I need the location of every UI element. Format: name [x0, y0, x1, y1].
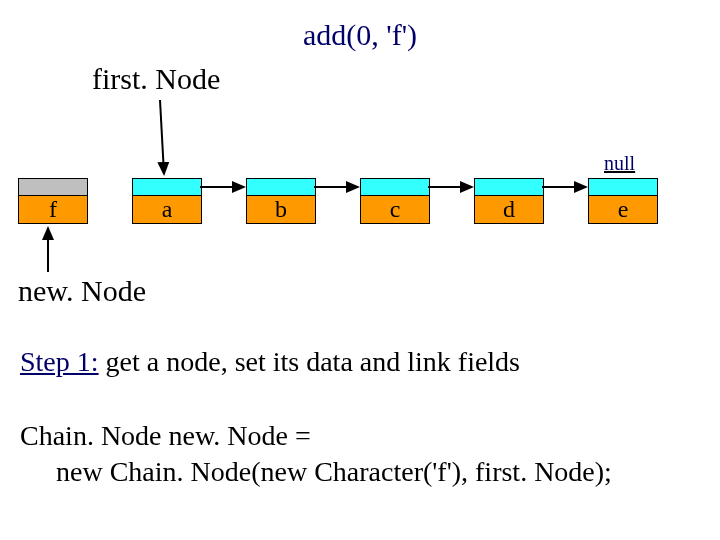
node-d-link-field: [474, 178, 544, 196]
node-b-link-field: [246, 178, 316, 196]
node-a: a: [132, 178, 202, 224]
node-e-data: e: [588, 196, 658, 224]
node-d-data: d: [474, 196, 544, 224]
step-caption: Step 1: get a node, set its data and lin…: [20, 346, 520, 378]
node-e-link-field: [588, 178, 658, 196]
label-new-node: new. Node: [18, 274, 146, 308]
title: add(0, 'f'): [0, 18, 720, 52]
node-f-link-field: [18, 178, 88, 196]
arrow-first-node-to-a: [160, 100, 164, 174]
node-b-data: b: [246, 196, 316, 224]
step-prefix: Step 1:: [20, 346, 99, 377]
label-first-node: first. Node: [92, 62, 220, 96]
node-e: e: [588, 178, 658, 224]
node-b: b: [246, 178, 316, 224]
node-c-link-field: [360, 178, 430, 196]
node-f: f: [18, 178, 88, 224]
node-c-data: c: [360, 196, 430, 224]
node-d: d: [474, 178, 544, 224]
node-a-link-field: [132, 178, 202, 196]
node-f-data: f: [18, 196, 88, 224]
step-rest: get a node, set its data and link fields: [99, 346, 520, 377]
node-a-data: a: [132, 196, 202, 224]
label-null: null: [604, 152, 635, 175]
code-line-2: new Chain. Node(new Character('f'), firs…: [56, 456, 612, 488]
node-c: c: [360, 178, 430, 224]
code-line-1: Chain. Node new. Node =: [20, 420, 311, 452]
diagram-stage: add(0, 'f') first. Node null f a b c d e…: [0, 0, 720, 540]
